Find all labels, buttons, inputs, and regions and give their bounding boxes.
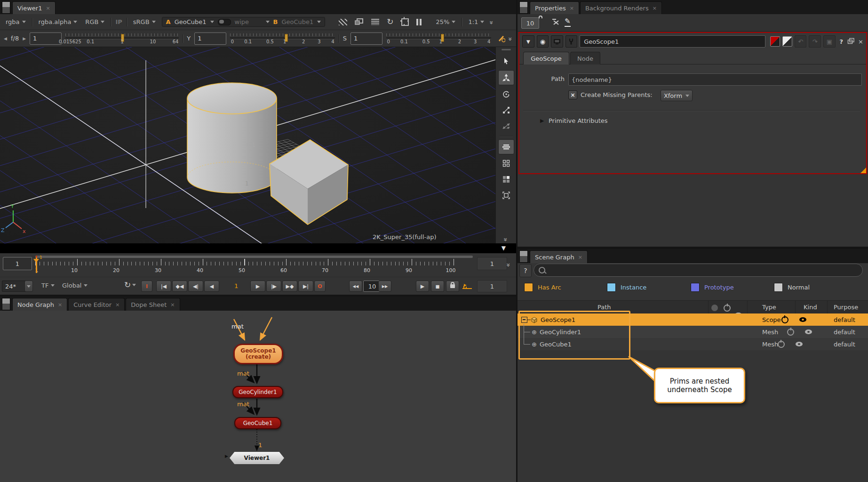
tab-node-graph[interactable]: Node Graph ×: [12, 298, 67, 311]
out-marker-button[interactable]: O: [314, 281, 326, 292]
wrench-icon[interactable]: [565, 35, 578, 48]
close-all-panels-icon[interactable]: [551, 18, 560, 27]
close-icon[interactable]: ×: [170, 302, 175, 308]
close-panel-icon[interactable]: ×: [858, 38, 863, 45]
roi-icon[interactable]: [401, 18, 409, 26]
dropdown-caret-icon[interactable]: ▼: [502, 245, 506, 251]
close-icon[interactable]: ×: [570, 5, 574, 11]
contact-sheet-icon[interactable]: [499, 156, 514, 170]
geo-cylinder[interactable]: [187, 83, 277, 193]
column-type[interactable]: Type: [762, 304, 776, 311]
playhead-marker-icon[interactable]: [33, 259, 39, 265]
table-row-geoscope1[interactable]: GeoScope1 Scope default: [518, 313, 868, 326]
tab-background-renders[interactable]: Background Renders ×: [580, 1, 662, 14]
color-sample-icon[interactable]: [498, 34, 506, 43]
strip-handle[interactable]: [502, 49, 511, 50]
tab-node[interactable]: Node: [570, 52, 600, 64]
tab-geoscope[interactable]: GeoScope: [523, 52, 569, 64]
tab-dope-sheet[interactable]: Dope Sheet ×: [126, 298, 180, 311]
step-forward-button[interactable]: |▶: [266, 281, 281, 292]
help-button[interactable]: ?: [519, 264, 532, 277]
column-kind[interactable]: Kind: [804, 304, 817, 311]
capture-button[interactable]: ◼: [431, 281, 444, 292]
tab-properties[interactable]: Properties ×: [530, 1, 579, 14]
undo-icon[interactable]: ↶: [795, 35, 807, 48]
split-view-icon[interactable]: [499, 172, 514, 186]
fps-dropdown[interactable]: 24*: [2, 281, 27, 292]
frame-field-left[interactable]: 1: [3, 257, 32, 270]
translate-tool-icon[interactable]: [498, 70, 514, 85]
node-color-swatch[interactable]: [770, 36, 780, 47]
node-viewer1[interactable]: Viewer1: [230, 452, 284, 464]
create-missing-parents-checkbox[interactable]: ×: [568, 90, 577, 99]
pane-grip[interactable]: [2, 1, 10, 14]
center-node-icon[interactable]: ◉: [537, 35, 549, 48]
layout-rows-icon[interactable]: [498, 139, 514, 154]
more-chevron-icon[interactable]: »: [505, 263, 512, 266]
input-b-dropdown[interactable]: GeoCube1: [281, 18, 313, 25]
close-icon[interactable]: ×: [115, 302, 119, 308]
float-panel-icon[interactable]: [847, 38, 855, 46]
input-process-button[interactable]: IP: [115, 18, 122, 25]
gain-field[interactable]: 1: [30, 32, 62, 45]
goto-start-button[interactable]: |◀: [156, 281, 171, 292]
timeline-pan-bar[interactable]: [35, 256, 473, 258]
skew-tool-icon[interactable]: [499, 119, 514, 133]
wipe-mode-dropdown[interactable]: wipe: [235, 18, 262, 25]
node-geoscope1[interactable]: GeoScope1 (create): [233, 344, 283, 364]
fstop-next-icon[interactable]: ▶: [23, 36, 26, 41]
saturation-field[interactable]: 1: [350, 32, 382, 45]
power-icon[interactable]: [778, 341, 785, 348]
power-icon[interactable]: [781, 316, 788, 323]
layer-dropdown[interactable]: rgba: [4, 17, 28, 26]
alpha-layer-dropdown[interactable]: rgba.alpha: [37, 17, 80, 26]
eye-icon[interactable]: [796, 342, 803, 346]
pause-icon[interactable]: [416, 19, 422, 25]
prev-keyframe-button[interactable]: ◆◀: [172, 281, 187, 292]
tf-dropdown[interactable]: TF: [40, 281, 56, 290]
saturation-slider[interactable]: 0 0.1 0.5 1 2 3 4: [386, 32, 491, 45]
close-icon[interactable]: ×: [653, 5, 657, 11]
goto-end-button[interactable]: ▶|: [298, 281, 313, 292]
jump-forward-button[interactable]: ▶▶: [378, 281, 391, 292]
fps-caret-button[interactable]: [24, 281, 33, 292]
more-chevron-icon[interactable]: »: [507, 37, 515, 40]
refresh-icon[interactable]: ↻: [387, 18, 393, 26]
table-row-geocylinder1[interactable]: ⊕ GeoCylinder1 Mesh default: [518, 326, 868, 338]
jump-back-button[interactable]: ◀◀: [349, 281, 362, 292]
input-a-dropdown[interactable]: GeoCube1: [175, 18, 207, 25]
node-geocube1[interactable]: GeoCube1: [234, 417, 281, 429]
viewport-3d[interactable]: 0.1 1 Y Z x 2K_Super_35(full-ap): [0, 47, 495, 243]
xform-dropdown[interactable]: Xform: [661, 90, 693, 101]
scanlines-icon[interactable]: [371, 19, 379, 25]
geo-cube[interactable]: [270, 140, 348, 225]
node-name-field[interactable]: GeoScope1: [580, 35, 765, 48]
fstop-prev-icon[interactable]: ◀: [4, 36, 7, 41]
rotate-tool-icon[interactable]: [499, 87, 514, 101]
in-marker-button[interactable]: I: [141, 281, 152, 292]
power-icon[interactable]: [787, 329, 794, 336]
tab-scene-graph[interactable]: Scene Graph ×: [530, 250, 588, 263]
eye-icon[interactable]: [805, 329, 812, 334]
frame-view-icon[interactable]: [499, 188, 514, 202]
search-input[interactable]: [534, 264, 863, 277]
current-frame-display[interactable]: 1: [234, 282, 238, 289]
range-end-field[interactable]: 1: [477, 257, 507, 270]
pane-grip[interactable]: [519, 1, 528, 14]
close-icon[interactable]: ×: [58, 302, 62, 308]
power-column-icon[interactable]: [724, 305, 731, 312]
stripes-icon[interactable]: [339, 19, 347, 25]
more-chevron-icon[interactable]: »: [502, 238, 510, 241]
zoom-dropdown[interactable]: 25%: [434, 17, 458, 26]
node-geocylinder1[interactable]: GeoCylinder1: [232, 386, 283, 398]
section-expand-icon[interactable]: ▶: [540, 118, 544, 124]
range-end-field-2[interactable]: 1: [477, 280, 507, 292]
max-panels-field[interactable]: 10: [521, 17, 539, 29]
close-icon[interactable]: ×: [578, 254, 582, 260]
nodegraph-canvas[interactable]: mat mat mat 1 GeoScope1 (create) GeoCyli…: [0, 311, 516, 482]
playback-mode-button[interactable]: ↻: [124, 281, 136, 289]
pixel-ratio-dropdown[interactable]: 1:1: [466, 17, 486, 26]
gain-slider[interactable]: 0.015625 0.1 1 10 64: [65, 32, 179, 45]
play-button[interactable]: ▶: [250, 281, 265, 292]
pane-grip[interactable]: [519, 250, 528, 263]
